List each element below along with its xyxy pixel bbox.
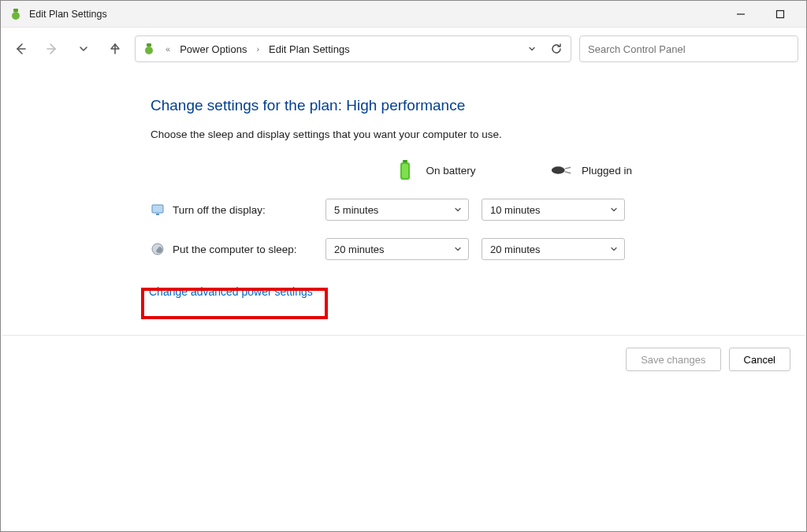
page-subtext: Choose the sleep and display settings th… [151, 128, 806, 140]
refresh-button[interactable] [549, 41, 564, 57]
display-icon [151, 203, 165, 217]
address-dropdown-button[interactable] [525, 42, 539, 56]
page-heading: Change settings for the plan: High perfo… [151, 97, 806, 114]
chevron-left-double-icon[interactable]: « [162, 44, 173, 54]
battery-icon [394, 159, 416, 181]
svg-point-12 [552, 166, 565, 173]
svg-rect-11 [402, 164, 408, 178]
svg-rect-15 [152, 205, 163, 213]
location-icon [142, 42, 156, 56]
sleep-battery-select[interactable]: 20 minutes [325, 238, 469, 260]
breadcrumb-current[interactable]: Edit Plan Settings [269, 43, 350, 55]
up-button[interactable] [103, 37, 127, 61]
footer-divider [2, 335, 805, 336]
window-controls [727, 3, 794, 25]
window-titlebar: Edit Plan Settings [1, 1, 806, 28]
search-box[interactable] [579, 35, 798, 62]
breadcrumb-parent[interactable]: Power Options [180, 43, 247, 55]
display-battery-select[interactable]: 5 minutes [325, 199, 469, 221]
chevron-down-icon [610, 204, 618, 216]
maximize-button[interactable] [767, 3, 794, 25]
svg-rect-9 [403, 160, 407, 162]
display-label: Turn off the display: [173, 204, 266, 216]
sleep-icon [151, 242, 165, 256]
battery-header-label: On battery [426, 165, 475, 177]
svg-rect-3 [777, 10, 784, 17]
svg-rect-16 [156, 214, 159, 215]
svg-line-13 [565, 167, 571, 169]
footer-buttons: Save changes Cancel [626, 348, 790, 371]
svg-line-14 [565, 172, 571, 173]
display-plugged-value: 10 minutes [490, 204, 541, 216]
save-button[interactable]: Save changes [626, 348, 720, 371]
chevron-right-icon: › [253, 44, 262, 54]
sleep-plugged-select[interactable]: 20 minutes [482, 238, 625, 260]
nav-row: « Power Options › Edit Plan Settings [1, 28, 806, 70]
sleep-battery-value: 20 minutes [334, 244, 385, 255]
chevron-down-icon [454, 204, 462, 216]
back-button[interactable] [9, 37, 32, 61]
search-input[interactable] [588, 43, 790, 55]
cancel-button[interactable]: Cancel [729, 348, 790, 371]
forward-button[interactable] [40, 37, 64, 61]
sleep-setting-row: Put the computer to sleep: 20 minutes 20… [151, 238, 806, 260]
content-area: Change settings for the plan: High perfo… [1, 70, 806, 301]
sleep-plugged-value: 20 minutes [490, 244, 541, 255]
sleep-label: Put the computer to sleep: [173, 244, 297, 255]
display-plugged-select[interactable]: 10 minutes [482, 199, 625, 221]
plugged-header-label: Plugged in [582, 165, 632, 177]
plug-icon [550, 159, 572, 181]
app-icon [9, 7, 23, 21]
chevron-down-icon [454, 244, 462, 255]
svg-point-0 [12, 12, 20, 20]
power-mode-headers: On battery Plugged in [151, 159, 806, 181]
display-battery-value: 5 minutes [334, 204, 378, 216]
display-setting-row: Turn off the display: 5 minutes 10 minut… [151, 199, 806, 221]
recent-locations-button[interactable] [72, 37, 95, 61]
address-bar[interactable]: « Power Options › Edit Plan Settings [135, 35, 571, 62]
window-title: Edit Plan Settings [29, 9, 727, 20]
chevron-down-icon [610, 244, 618, 255]
svg-point-7 [145, 47, 153, 54]
advanced-power-settings-link[interactable]: Change advanced power settings [144, 282, 318, 301]
minimize-button[interactable] [727, 3, 754, 25]
svg-rect-1 [13, 9, 18, 12]
svg-rect-8 [147, 43, 151, 47]
